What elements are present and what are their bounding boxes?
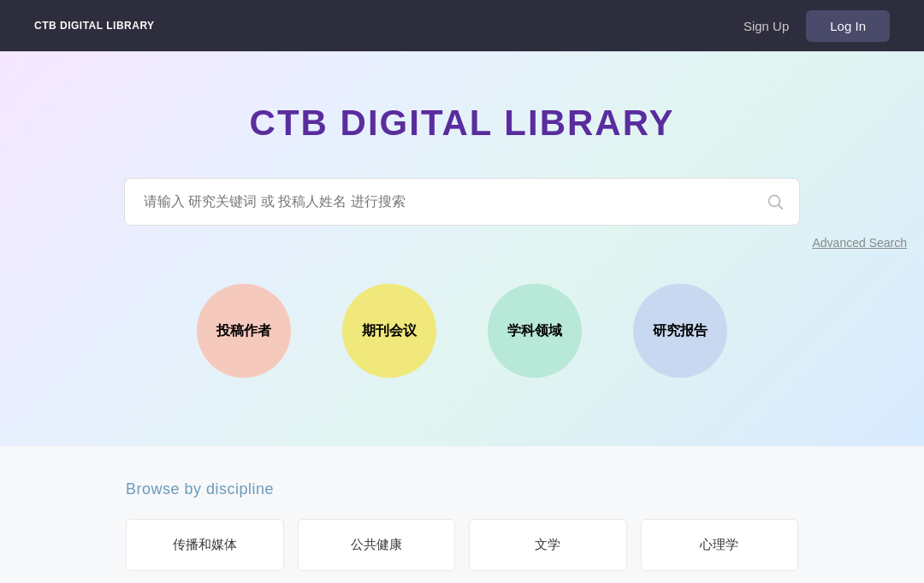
hero-section: CTB DIGITAL LIBRARY Advanced Search 投稿作者… <box>0 51 924 446</box>
browse-title: Browse by discipline <box>126 480 798 498</box>
header: CTB DIGITAL LIBRARY Sign Up Log In <box>0 0 924 51</box>
signup-button[interactable]: Sign Up <box>743 19 789 33</box>
bubble-reports[interactable]: 研究报告 <box>633 284 727 378</box>
advanced-search-link[interactable]: Advanced Search <box>231 236 907 250</box>
svg-point-0 <box>769 196 780 207</box>
bubbles-container: 投稿作者 期刊会议 学科领域 研究报告 <box>197 284 727 378</box>
discipline-item[interactable]: 心理学 <box>641 519 799 571</box>
bubble-authors[interactable]: 投稿作者 <box>197 284 291 378</box>
login-button[interactable]: Log In <box>806 10 890 42</box>
discipline-item[interactable]: 传播和媒体 <box>126 519 284 571</box>
search-input[interactable] <box>124 178 800 226</box>
svg-line-1 <box>779 205 782 209</box>
logo: CTB DIGITAL LIBRARY <box>34 19 155 33</box>
header-nav: Sign Up Log In <box>743 10 890 42</box>
browse-section: Browse by discipline 传播和媒体公共健康文学心理学人类学环境… <box>0 446 924 583</box>
bubble-journals[interactable]: 期刊会议 <box>342 284 436 378</box>
bubble-disciplines[interactable]: 学科领域 <box>488 284 582 378</box>
discipline-item[interactable]: 文学 <box>469 519 627 571</box>
discipline-grid: 传播和媒体公共健康文学心理学人类学环境科学生命科学基础科学教育学经济学机械工程体… <box>126 519 798 583</box>
search-icon <box>766 192 785 211</box>
hero-title: CTB DIGITAL LIBRARY <box>250 103 675 144</box>
discipline-item[interactable]: 公共健康 <box>298 519 456 571</box>
search-container <box>124 178 800 226</box>
